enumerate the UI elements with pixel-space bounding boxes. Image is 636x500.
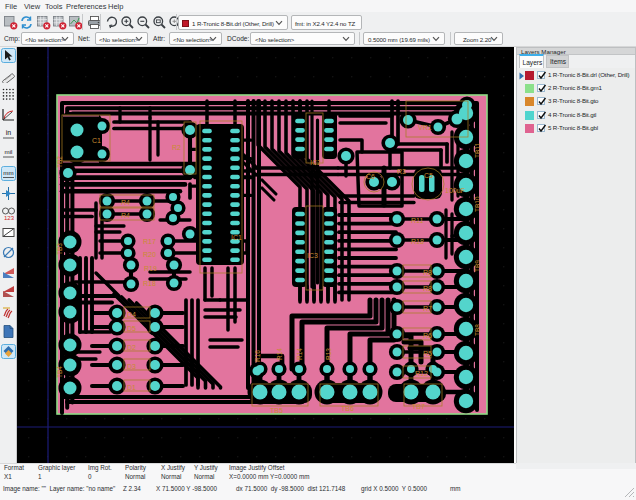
svg-text:TB9: TB9 <box>474 260 481 272</box>
svg-text:mm: mm <box>3 169 13 176</box>
svg-text:TB8: TB8 <box>474 324 481 336</box>
svg-text:TB6: TB6 <box>341 405 354 412</box>
svg-text:TB7: TB7 <box>412 403 425 410</box>
svg-text:C6: C6 <box>366 173 375 180</box>
svg-text:R3: R3 <box>397 168 406 175</box>
svg-text:TB11: TB11 <box>474 143 481 158</box>
svg-text:R16: R16 <box>254 350 261 362</box>
svg-text:R8: R8 <box>423 269 432 276</box>
svg-text:D3: D3 <box>127 363 136 370</box>
svg-text:R4: R4 <box>121 199 130 206</box>
svg-text:R8: R8 <box>423 285 432 292</box>
svg-text:R14: R14 <box>276 348 283 360</box>
svg-text:TB3: TB3 <box>56 243 63 255</box>
svg-text:R20: R20 <box>143 251 156 258</box>
svg-text:R18: R18 <box>143 280 156 287</box>
svg-text:R11: R11 <box>411 217 423 224</box>
svg-text:IC3: IC3 <box>307 252 318 259</box>
svg-text:R18: R18 <box>411 238 424 245</box>
svg-text:R17: R17 <box>143 238 156 245</box>
svg-text:TB2: TB2 <box>56 156 63 168</box>
svg-text:R19: R19 <box>144 265 157 272</box>
svg-text:D4: D4 <box>127 311 136 318</box>
svg-text:TB10: TB10 <box>474 196 481 212</box>
svg-text:TB5: TB5 <box>270 407 283 414</box>
svg-text:R5: R5 <box>423 350 432 357</box>
svg-text:R4: R4 <box>121 212 130 219</box>
svg-text:IC1: IC1 <box>231 234 242 241</box>
svg-text:R13: R13 <box>325 348 332 360</box>
svg-text:VR1: VR1 <box>418 124 432 131</box>
svg-text:C1: C1 <box>92 137 101 144</box>
svg-text:C5: C5 <box>424 172 433 179</box>
svg-text:123: 123 <box>4 215 15 221</box>
svg-text:mil: mil <box>5 148 13 155</box>
svg-text:100uF: 100uF <box>445 187 465 194</box>
svg-text:IC2: IC2 <box>310 159 321 166</box>
svg-text:D2: D2 <box>127 344 136 351</box>
svg-text:in: in <box>6 129 12 136</box>
svg-text:TB4: TB4 <box>56 366 63 378</box>
svg-text:R12: R12 <box>415 370 428 377</box>
svg-text:R7: R7 <box>423 305 432 312</box>
svg-text:D1: D1 <box>127 384 136 391</box>
svg-text:R14: R14 <box>296 348 303 360</box>
svg-text:D5: D5 <box>127 325 136 332</box>
svg-text:R6: R6 <box>423 332 432 339</box>
svg-text:R2: R2 <box>172 144 181 151</box>
